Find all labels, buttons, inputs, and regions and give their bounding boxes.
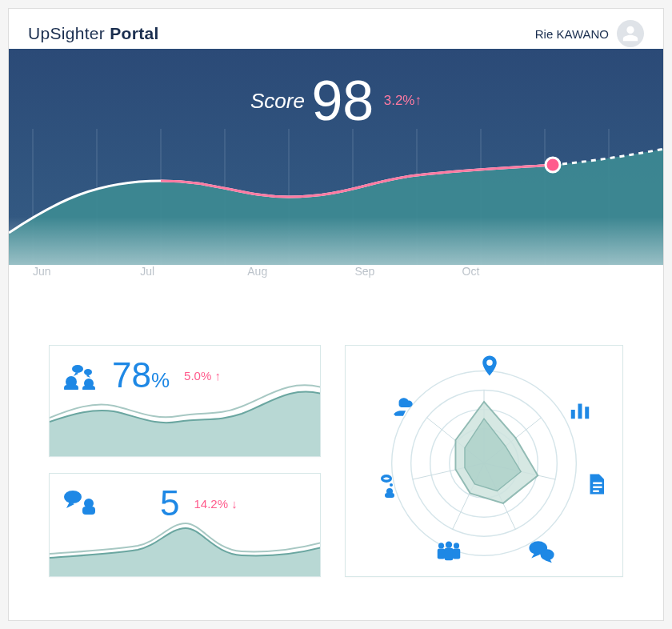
svg-rect-47: [453, 548, 461, 559]
svg-rect-13: [64, 385, 78, 390]
conversations-card[interactable]: 5 14.2% ↓: [49, 473, 321, 577]
svg-rect-35: [578, 404, 582, 419]
svg-point-11: [546, 158, 560, 172]
user-name: Rie KAWANO: [535, 27, 609, 41]
svg-point-44: [446, 542, 452, 548]
svg-point-16: [72, 365, 83, 373]
comment-user-icon: [61, 489, 101, 518]
svg-rect-37: [593, 483, 602, 485]
svg-point-41: [541, 549, 554, 560]
metric-delta: 14.2% ↓: [194, 497, 237, 511]
team-icon: [434, 536, 464, 567]
radar-card[interactable]: [345, 345, 623, 577]
radar-chart: [346, 346, 622, 576]
document-icon: [584, 472, 608, 496]
svg-rect-38: [593, 487, 602, 489]
brand-logo: UpSighter Portal: [28, 24, 159, 43]
location-pin-icon: [478, 354, 502, 378]
cards-row: 78% 5.0% ↑: [9, 345, 663, 577]
thinking-user-icon: [376, 474, 400, 498]
svg-point-42: [438, 543, 444, 548]
svg-rect-36: [585, 407, 589, 419]
metric-value: 78%: [112, 355, 170, 395]
svg-point-49: [390, 483, 393, 487]
avatar[interactable]: [617, 20, 644, 47]
svg-point-18: [64, 491, 82, 503]
gradient-fade: [9, 217, 663, 361]
user-area[interactable]: Rie KAWANO: [535, 20, 644, 47]
svg-rect-43: [438, 548, 446, 559]
svg-rect-39: [593, 491, 599, 493]
svg-rect-51: [385, 493, 394, 498]
metric-delta: 5.0% ↑: [184, 369, 221, 383]
score-display: Score 98 3.2%↑: [9, 73, 663, 129]
svg-rect-20: [82, 507, 95, 515]
brand-text-bold: Portal: [110, 24, 158, 42]
engagement-card[interactable]: 78% 5.0% ↑: [49, 345, 321, 457]
svg-point-46: [454, 543, 459, 548]
svg-point-17: [84, 369, 92, 375]
arrow-up-icon: ↑: [414, 93, 422, 108]
arrow-up-icon: ↑: [214, 369, 221, 383]
cards-left-column: 78% 5.0% ↑: [49, 345, 321, 577]
score-value: 98: [311, 73, 374, 129]
offering-hand-icon: [392, 395, 416, 419]
app-frame: UpSighter Portal Rie KAWANO: [8, 8, 664, 621]
header: UpSighter Portal Rie KAWANO: [9, 9, 663, 55]
svg-rect-34: [571, 410, 575, 419]
card-header: 5 14.2% ↓: [61, 483, 309, 523]
brand-text-light: UpSighter: [28, 24, 105, 42]
bar-chart-icon: [568, 398, 592, 422]
score-label: Score: [250, 89, 305, 114]
card-header: 78% 5.0% ↑: [61, 355, 309, 395]
arrow-down-icon: ↓: [231, 497, 238, 511]
metric-value: 5: [160, 483, 179, 523]
svg-rect-15: [82, 386, 95, 390]
score-delta: 3.2%↑: [384, 93, 422, 109]
user-icon: [622, 25, 639, 42]
svg-rect-45: [445, 548, 454, 560]
chat-bubbles-icon: [528, 538, 555, 565]
people-chat-icon: [61, 361, 101, 390]
